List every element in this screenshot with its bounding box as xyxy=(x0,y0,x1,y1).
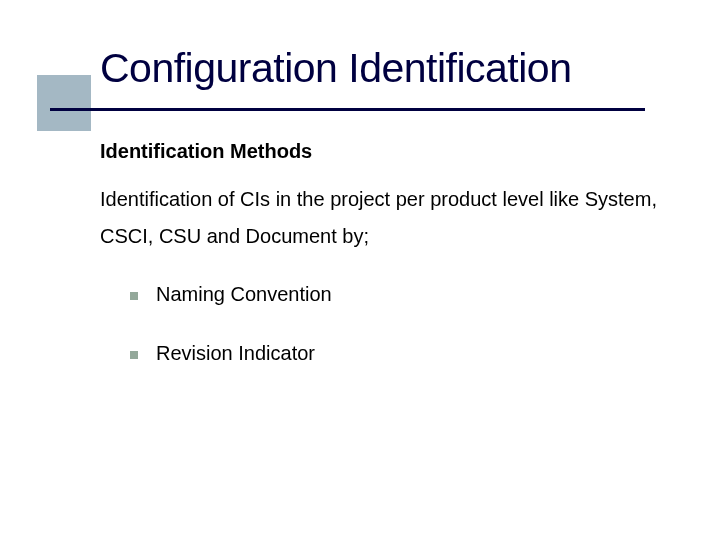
body-paragraph: Identification of CIs in the project per… xyxy=(100,181,660,255)
list-item: Revision Indicator xyxy=(130,342,660,365)
subheading: Identification Methods xyxy=(100,140,660,163)
slide-title: Configuration Identification xyxy=(100,45,720,92)
decorative-square xyxy=(37,75,91,131)
title-underline xyxy=(50,108,645,111)
bullet-icon xyxy=(130,292,138,300)
bullet-text: Revision Indicator xyxy=(156,342,315,364)
bullet-icon xyxy=(130,351,138,359)
bullet-text: Naming Convention xyxy=(156,283,332,305)
slide: Configuration Identification Identificat… xyxy=(0,0,720,540)
list-item: Naming Convention xyxy=(130,283,660,306)
slide-content: Identification Methods Identification of… xyxy=(100,140,660,365)
bullet-list: Naming Convention Revision Indicator xyxy=(130,283,660,365)
